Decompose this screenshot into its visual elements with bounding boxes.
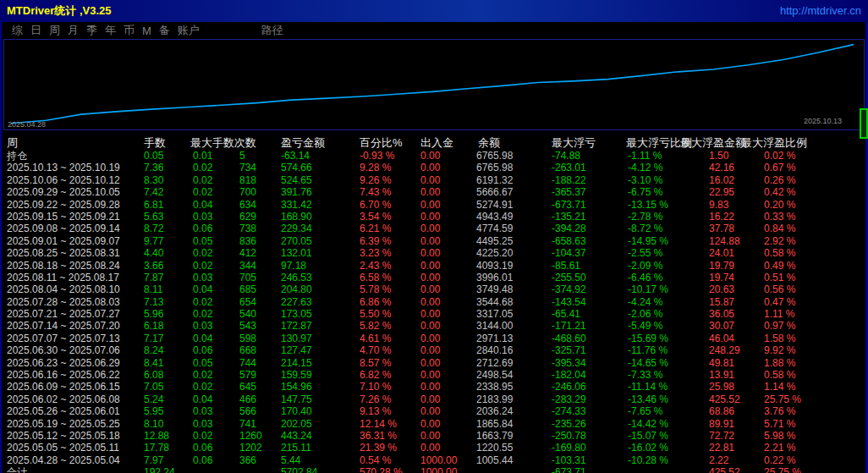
cell-profit-percent: 7.26 % xyxy=(360,393,391,405)
window-border-left xyxy=(0,22,2,473)
menu-tab-年[interactable]: 年 xyxy=(105,23,116,38)
cell-max-lots: 0.03 xyxy=(193,320,212,332)
table-row[interactable]: 2025.08.11 ~ 2025.08.177.870.03705246.53… xyxy=(0,272,868,283)
table-row[interactable]: 2025.05.19 ~ 2025.05.258.100.03741202.05… xyxy=(0,418,868,430)
menu-tab-周[interactable]: 周 xyxy=(49,23,60,38)
table-row[interactable]: 2025.06.02 ~ 2025.06.085.240.04466147.75… xyxy=(0,393,868,405)
table-row[interactable]: 2025.05.05 ~ 2025.05.1117.780.061202215.… xyxy=(0,442,868,454)
scrollbar-thumb[interactable] xyxy=(860,108,868,139)
cell-period: 2025.05.19 ~ 2025.05.25 xyxy=(7,418,120,430)
cell-profit-amount: 215.11 xyxy=(281,442,311,454)
cell-period: 2025.05.26 ~ 2025.06.01 xyxy=(7,405,120,417)
table-row[interactable]: 2025.08.18 ~ 2025.08.243.660.0234497.182… xyxy=(0,260,868,272)
menu-tab-账户[interactable]: 账户 xyxy=(178,23,200,38)
cell-deposit-withdraw: 0.00 xyxy=(420,405,440,417)
cell-profit-percent: 12.14 % xyxy=(360,418,397,430)
cell-trade-count: 540 xyxy=(239,308,256,320)
cell-period: 2025.05.12 ~ 2025.05.18 xyxy=(7,430,120,442)
app-title: MTDriver统计 ,V3.25 xyxy=(7,0,112,22)
menu-tab-币[interactable]: 币 xyxy=(124,23,135,38)
cell-deposit-withdraw: 0.00 xyxy=(420,211,440,223)
menu-tab-M[interactable]: M xyxy=(142,25,151,37)
cell-trade-count: 366 xyxy=(239,454,256,466)
website-link[interactable]: http://mtdriver.cn xyxy=(780,0,861,22)
cell-max-float-loss-ratio: -15.69 % xyxy=(628,333,668,344)
table-row[interactable]: 2025.09.15 ~ 2025.09.215.630.03629168.90… xyxy=(0,211,868,223)
cell-period: 持仓 xyxy=(7,150,27,162)
table-row[interactable]: 2025.10.06 ~ 2025.10.128.300.02818524.65… xyxy=(0,174,868,186)
cell-max-lots: 0.04 xyxy=(193,393,212,405)
table-row[interactable]: 2025.09.29 ~ 2025.10.057.420.02700391.76… xyxy=(0,186,868,198)
cell-trade-count: 634 xyxy=(239,199,256,211)
cell-lots: 8.10 xyxy=(144,418,163,430)
cell-deposit-withdraw: 0.00 xyxy=(420,381,440,393)
cell-balance: 1220.55 xyxy=(476,442,513,454)
table-row[interactable]: 2025.09.08 ~ 2025.09.148.720.06738229.34… xyxy=(0,223,868,234)
table-row[interactable]: 2025.06.23 ~ 2025.06.298.410.05744214.15… xyxy=(0,357,868,369)
cell-balance: 5274.91 xyxy=(476,199,513,211)
cell-max-float-profit: 46.04 xyxy=(709,333,734,344)
cell-profit-percent: 6.21 % xyxy=(360,223,391,234)
table-row[interactable]: 2025.09.22 ~ 2025.09.286.810.04634331.42… xyxy=(0,199,868,211)
cell-deposit-withdraw: 0.00 xyxy=(420,369,440,381)
menu-tab-日[interactable]: 日 xyxy=(30,23,41,38)
cell-period: 2025.06.09 ~ 2025.06.15 xyxy=(7,381,120,393)
cell-max-float-profit: 19.79 xyxy=(709,260,734,272)
cell-lots: 7.36 xyxy=(144,162,163,173)
table-row[interactable]: 2025.06.30 ~ 2025.07.068.240.06668127.47… xyxy=(0,344,868,356)
cell-profit-percent: 5.50 % xyxy=(360,308,391,320)
table-row[interactable]: 2025.07.07 ~ 2025.07.137.170.04598130.97… xyxy=(0,333,868,344)
cell-max-float-profit: 19.74 xyxy=(709,272,734,283)
cell-profit-amount: 147.75 xyxy=(281,393,312,405)
table-row[interactable]: 2025.05.12 ~ 2025.05.1812.880.021260443.… xyxy=(0,430,868,442)
chart-end-date-label: 2025.10.13 xyxy=(804,117,842,125)
table-row-holding[interactable]: 持仓0.050.015-63.14-0.93 %0.006765.98-74.8… xyxy=(0,150,868,162)
cell-max-float-profit: 37.78 xyxy=(709,223,734,234)
cell-max-float-loss-ratio: -14.42 % xyxy=(628,418,668,430)
cell-max-float-profit-ratio: 0.22 % xyxy=(764,454,795,466)
cell-period: 2025.04.28 ~ 2025.05.04 xyxy=(7,454,120,466)
menu-tab-综[interactable]: 综 xyxy=(12,23,23,38)
cell-max-lots: 0.04 xyxy=(193,333,212,344)
cell-lots: 8.30 xyxy=(144,174,163,186)
cell-balance: 4093.19 xyxy=(476,260,513,272)
cell-lots: 7.05 xyxy=(144,381,163,393)
table-row[interactable]: 2025.06.09 ~ 2025.06.157.050.02645154.96… xyxy=(0,381,868,393)
table-row[interactable]: 2025.10.13 ~ 2025.10.197.360.02734574.66… xyxy=(0,162,868,173)
table-row[interactable]: 2025.07.21 ~ 2025.07.275.960.02540173.05… xyxy=(0,308,868,320)
cell-max-float-loss: -246.06 xyxy=(552,381,586,393)
cell-max-float-loss-ratio: -14.65 % xyxy=(628,357,668,369)
cell-max-float-loss: -394.28 xyxy=(552,223,586,234)
menu-tab-备[interactable]: 备 xyxy=(159,23,170,38)
table-row[interactable]: 2025.08.04 ~ 2025.08.108.110.04685204.80… xyxy=(0,283,868,295)
menu-tab-月[interactable]: 月 xyxy=(68,23,79,38)
menu-tab-季[interactable]: 季 xyxy=(86,23,97,38)
cell-trade-count: 734 xyxy=(239,162,256,173)
cell-profit-amount: 170.40 xyxy=(281,405,312,417)
cell-lots: 6.18 xyxy=(144,320,163,332)
menu-item-path[interactable]: 路径 xyxy=(261,23,283,38)
column-header-5: 出入金 xyxy=(420,135,453,151)
table-row[interactable]: 2025.05.26 ~ 2025.06.015.950.03566170.40… xyxy=(0,405,868,417)
cell-deposit-withdraw: 0.00 xyxy=(420,333,440,344)
table-row[interactable]: 2025.08.25 ~ 2025.08.314.400.02412132.01… xyxy=(0,247,868,259)
cell-profit-amount: 443.24 xyxy=(281,430,312,442)
equity-chart-panel[interactable]: 2025.04.28 2025.10.13 xyxy=(3,39,865,130)
cell-max-float-loss-ratio: -4.12 % xyxy=(628,162,662,173)
cell-profit-percent: 8.57 % xyxy=(360,357,391,369)
cell-period: 2025.09.08 ~ 2025.09.14 xyxy=(7,223,120,234)
cell-max-float-profit: 72.72 xyxy=(709,430,734,442)
cell-profit-amount: 130.97 xyxy=(281,333,312,344)
cell-profit-percent: 21.39 % xyxy=(360,442,397,454)
cell-lots: 0.05 xyxy=(144,150,163,162)
cell-trade-count: 1260 xyxy=(239,430,262,442)
table-row[interactable]: 2025.09.01 ~ 2025.09.079.770.05836270.05… xyxy=(0,235,868,247)
table-row-total[interactable]: 合计192.245702.84570.28 %1000.00-673.71425… xyxy=(0,466,868,473)
chart-start-date-label: 2025.04.28 xyxy=(8,120,46,129)
table-row[interactable]: 2025.07.28 ~ 2025.08.037.130.02654227.63… xyxy=(0,296,868,308)
table-row[interactable]: 2025.04.28 ~ 2025.05.047.970.063665.440.… xyxy=(0,454,868,466)
table-row[interactable]: 2025.07.14 ~ 2025.07.206.180.03543172.87… xyxy=(0,320,868,332)
cell-balance: 4943.49 xyxy=(476,211,513,223)
cell-max-float-profit-ratio: 0.84 % xyxy=(764,223,795,234)
table-row[interactable]: 2025.06.16 ~ 2025.06.226.080.02579159.59… xyxy=(0,369,868,381)
